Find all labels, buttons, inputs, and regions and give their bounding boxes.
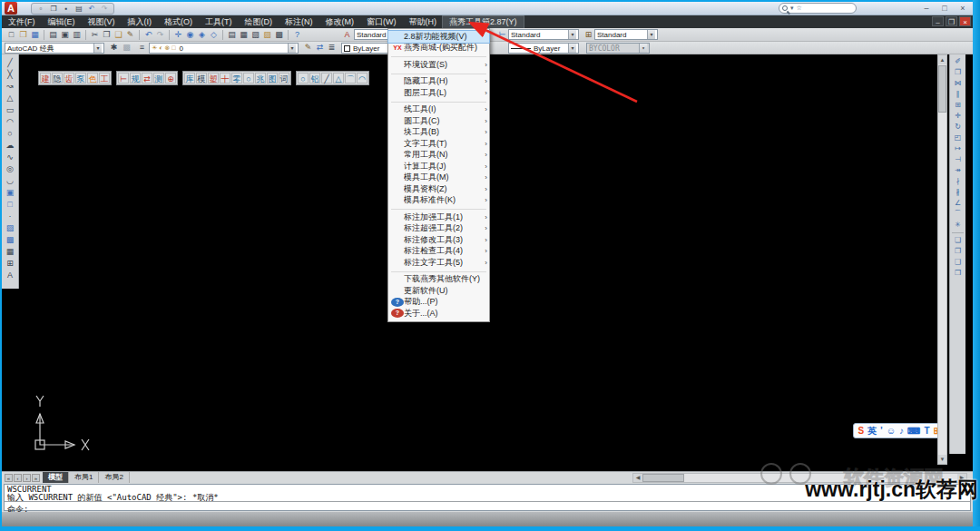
modify-tool-button[interactable]: ∦ <box>951 187 965 198</box>
toolbar-button[interactable] <box>139 30 140 40</box>
menu-item[interactable]: › <box>391 99 486 103</box>
yanxiu-tool-button[interactable]: 工 <box>99 73 110 84</box>
menu-item[interactable]: 标注加强工具(1) › <box>388 211 489 223</box>
draw-tool-button[interactable]: ☁ <box>4 140 17 152</box>
scrollbar-thumb[interactable] <box>642 474 684 482</box>
close-button[interactable]: × <box>956 2 969 15</box>
ime-button[interactable]: ⌨ <box>907 424 920 438</box>
toolbar-button[interactable]: ❐ <box>101 29 113 41</box>
menu-item[interactable]: YX 燕秀商城-(购买配件) › <box>388 43 489 54</box>
menu-bar-item[interactable]: 标注(N) <box>279 16 319 28</box>
toolbar-button[interactable]: □ <box>5 29 17 41</box>
modify-tool-button[interactable]: ❐ <box>951 67 965 78</box>
menu-bar-item[interactable]: 工具(T) <box>199 16 239 28</box>
quick-access-button[interactable]: ▤ <box>74 4 84 14</box>
menu-item[interactable]: 标注文字工具(5) › <box>388 257 489 269</box>
quick-access-button[interactable]: ↷ <box>99 4 110 14</box>
workspace-lock-icon[interactable]: ▩ <box>121 42 132 54</box>
menu-item[interactable]: 文字工具(T) › <box>388 138 489 150</box>
layer-properties-icon[interactable]: ≡ <box>136 42 148 54</box>
ime-button[interactable]: S <box>858 424 864 438</box>
draw-tool-button[interactable]: ▭ <box>4 104 17 116</box>
draw-tool-button[interactable]: ○ <box>4 128 17 140</box>
draw-tool-button[interactable]: · <box>4 211 17 222</box>
toolbar-button[interactable]: ◇ <box>208 29 220 41</box>
draw-tool-button[interactable]: ◠ <box>4 116 17 128</box>
yanxiu-tool-button[interactable]: 库 <box>184 73 195 84</box>
layer-tool-button[interactable]: ⇄ <box>314 42 326 54</box>
maximize-button[interactable]: □ <box>938 2 951 15</box>
toolbar-button[interactable]: ▥ <box>71 29 83 41</box>
menu-item[interactable]: 环境设置(S) › <box>388 59 489 71</box>
menu-bar-item[interactable]: 绘图(D) <box>239 16 279 28</box>
ime-button[interactable]: 英 <box>867 424 877 438</box>
yanxiu-tool-button[interactable]: ◠ <box>357 73 368 84</box>
doc-minimize-button[interactable]: – <box>932 16 944 26</box>
yanxiu-tool-button[interactable]: 规 <box>130 73 141 84</box>
menu-item[interactable]: 更新软件(U) › <box>388 285 489 297</box>
toolbar-button[interactable]: ✛ <box>172 29 184 41</box>
menu-item[interactable]: 圆工具(C) › <box>388 115 489 127</box>
draw-tool-button[interactable]: ╳ <box>4 69 17 81</box>
draw-tool-button[interactable]: ▩ <box>4 234 17 246</box>
toolbar-button[interactable]: ◈ <box>196 29 208 41</box>
toolbar-button[interactable] <box>169 30 170 40</box>
menu-item[interactable]: ? 关于...(A) › <box>388 308 489 320</box>
menu-bar-item[interactable]: 格式(O) <box>158 16 199 28</box>
modify-tool-button[interactable]: ↻ <box>951 122 965 133</box>
menu-item[interactable]: 块工具(B) › <box>388 127 489 139</box>
yanxiu-tool-button[interactable]: 词 <box>279 73 289 84</box>
toolbar-button[interactable]: ▦ <box>29 29 41 41</box>
dim-style-combo[interactable]: Standard▾ <box>508 29 579 40</box>
search-icon[interactable] <box>782 5 788 11</box>
yanxiu-tool-button[interactable]: 十 <box>220 73 230 84</box>
menu-item[interactable]: 线工具(I) › <box>388 104 489 116</box>
menu-item[interactable]: › <box>391 269 486 272</box>
yanxiu-tool-button[interactable]: 零 <box>231 73 242 84</box>
yanxiu-tool-button[interactable]: ○ <box>298 73 309 84</box>
draw-tool-button[interactable]: ↝ <box>4 81 17 93</box>
yanxiu-tool-button[interactable]: 齿 <box>64 73 74 84</box>
yanxiu-tool-button[interactable]: ○ <box>243 73 254 84</box>
yanxiu-tool-button[interactable]: 图 <box>267 73 278 84</box>
modify-tool-button[interactable]: ✳ <box>951 220 965 231</box>
menu-bar-item[interactable]: 修改(M) <box>319 16 361 28</box>
yanxiu-tool-button[interactable]: 建 <box>40 73 51 84</box>
menu-item[interactable]: 模具标准件(K) › <box>388 195 489 207</box>
yanxiu-tool-button[interactable]: 模 <box>196 73 207 84</box>
layer-tool-button[interactable]: ✎ <box>302 42 314 54</box>
yanxiu-tool-button[interactable]: ⊢ <box>118 73 129 84</box>
toolbar-button[interactable]: ↶ <box>142 29 154 41</box>
menu-bar-item[interactable]: 窗口(W) <box>360 16 403 28</box>
menu-bar-item[interactable]: 帮助(H) <box>403 16 444 28</box>
layout-tab[interactable]: 布局2 <box>99 472 129 483</box>
menu-bar-item[interactable]: 文件(F) <box>2 16 42 28</box>
toolbar-button[interactable]: ▦ <box>238 29 250 41</box>
draw-tool-button[interactable]: ▦ <box>4 246 17 258</box>
toolbar-button[interactable]: ▤ <box>47 29 59 41</box>
tab-nav-button[interactable]: ‹ <box>14 474 22 482</box>
draw-tool-button[interactable]: A <box>4 270 17 281</box>
toolbar-button[interactable] <box>222 30 223 40</box>
chevron-down-icon[interactable]: ▾ <box>568 44 576 53</box>
ime-button[interactable]: ♪ <box>899 424 904 438</box>
ime-button[interactable]: T <box>925 424 930 438</box>
toolbar-button[interactable]: ❒ <box>17 29 29 41</box>
yanxiu-tool-button[interactable]: 隐 <box>52 73 63 84</box>
menu-item[interactable]: 标注检查工具(4) › <box>388 246 489 258</box>
menu-item[interactable]: 2.8新功能视频(V) › <box>388 31 489 43</box>
modify-tool-button[interactable]: ⊣ <box>951 154 965 165</box>
toolbar-button[interactable]: ↷ <box>154 29 166 41</box>
menu-item[interactable]: 图层工具(L) › <box>388 87 489 99</box>
ime-button[interactable]: ’ <box>880 424 883 438</box>
modify-tool-button[interactable]: ✛ <box>951 111 965 122</box>
yanxiu-tool-button[interactable]: ⇄ <box>142 73 152 84</box>
search-input[interactable]: ▾ ☆ <box>779 3 857 14</box>
menu-item[interactable]: ? 帮助...(P) › <box>388 297 489 309</box>
minimize-button[interactable]: – <box>920 2 933 15</box>
toolbar-button[interactable] <box>85 30 86 40</box>
layer-combo[interactable]: ☀ ◐ ⊗ □ 0 ▾ <box>149 43 299 54</box>
scroll-up-icon[interactable]: ▲ <box>938 55 946 64</box>
draw-tool-button[interactable]: ◡ <box>4 175 17 187</box>
search-caret-icon[interactable]: ▾ <box>790 5 794 12</box>
